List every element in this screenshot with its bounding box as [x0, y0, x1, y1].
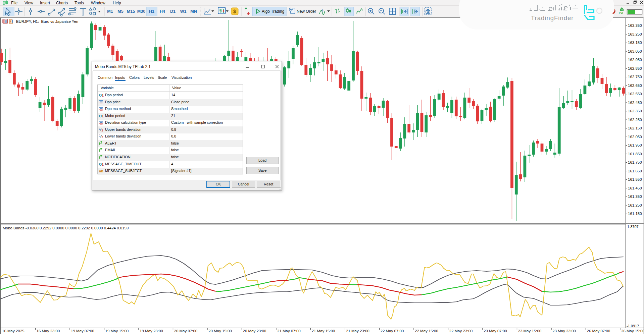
svg-text:162.950: 162.950	[628, 58, 642, 62]
svg-text:26 May 07:00: 26 May 07:00	[587, 329, 610, 333]
svg-text:16 May 2025: 16 May 2025	[2, 329, 24, 333]
svg-text:23 May 07:00: 23 May 07:00	[484, 329, 507, 333]
svg-text:1: 1	[102, 114, 104, 118]
svg-text:O: O	[99, 114, 102, 118]
svg-text:161.950: 161.950	[628, 143, 642, 147]
svg-text:163.050: 163.050	[628, 49, 642, 53]
svg-text:162.250: 162.250	[628, 118, 642, 122]
svg-text:23 May 15:00: 23 May 15:00	[518, 329, 542, 333]
svg-text:22 May 15:00: 22 May 15:00	[415, 329, 438, 333]
svg-text:163.150: 163.150	[628, 41, 642, 45]
svg-text:21 May 23:00: 21 May 23:00	[346, 329, 369, 333]
svg-text:162.750: 162.750	[628, 75, 642, 79]
svg-text:1: 1	[102, 93, 104, 97]
svg-text:-1.0917: -1.0917	[627, 324, 639, 328]
svg-text:161.250: 161.250	[628, 203, 642, 207]
svg-text:LVL: LVL	[619, 11, 624, 15]
svg-text:162.150: 162.150	[628, 126, 642, 130]
svg-text:21 May 15:00: 21 May 15:00	[312, 329, 335, 333]
svg-text:162.650: 162.650	[628, 84, 642, 88]
svg-text:O: O	[99, 93, 102, 97]
svg-text:21 May 07:00: 21 May 07:00	[277, 329, 301, 333]
svg-text:22 May 23:00: 22 May 23:00	[449, 329, 473, 333]
svg-text:161.550: 161.550	[628, 177, 642, 181]
svg-text:162.850: 162.850	[628, 66, 642, 70]
svg-text:161.750: 161.750	[628, 160, 642, 164]
svg-text:161.350: 161.350	[628, 194, 642, 199]
svg-text:161.150: 161.150	[628, 212, 642, 216]
svg-text:162.350: 162.350	[628, 109, 642, 113]
svg-text:20 May 15:00: 20 May 15:00	[208, 329, 232, 333]
svg-text:22 May 07:00: 22 May 07:00	[381, 329, 404, 333]
svg-text:2: 2	[102, 129, 103, 132]
svg-text:26 May 15:00: 26 May 15:00	[621, 329, 644, 333]
svg-text:162.550: 162.550	[628, 92, 642, 96]
svg-text:161.650: 161.650	[628, 169, 642, 173]
svg-text:162.050: 162.050	[628, 135, 642, 139]
svg-text:19 May 23:00: 19 May 23:00	[140, 329, 163, 333]
svg-text:1: 1	[99, 127, 101, 130]
svg-text:23 May 23:00: 23 May 23:00	[552, 329, 576, 333]
svg-text:1.3707: 1.3707	[627, 225, 639, 229]
svg-text:Mobo Bands -0.0360 0.2292 0.00: Mobo Bands -0.0360 0.2292 0.0000 0.0000 …	[3, 226, 129, 230]
svg-text:161.450: 161.450	[628, 186, 642, 190]
svg-text:19 May 07:00: 19 May 07:00	[71, 329, 94, 333]
svg-text:20 May 23:00: 20 May 23:00	[243, 329, 266, 333]
svg-text:1: 1	[102, 162, 104, 166]
svg-text:19 May 15:00: 19 May 15:00	[105, 329, 129, 333]
svg-text:161.850: 161.850	[628, 152, 642, 156]
svg-text:163.250: 163.250	[628, 32, 642, 36]
svg-text:162.450: 162.450	[628, 101, 642, 105]
svg-text:O: O	[99, 162, 102, 166]
svg-text:ab: ab	[99, 169, 103, 173]
svg-text:1: 1	[99, 134, 101, 137]
svg-text:2: 2	[102, 135, 103, 138]
svg-text:16 May 23:00: 16 May 23:00	[37, 329, 60, 333]
svg-text:20 May 07:00: 20 May 07:00	[174, 329, 198, 333]
